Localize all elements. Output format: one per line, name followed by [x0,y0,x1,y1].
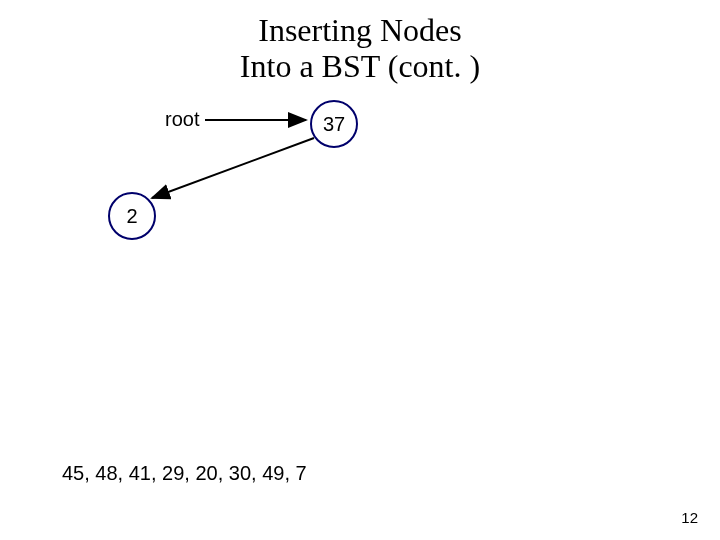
root-label: root [165,108,199,131]
page-number: 12 [681,509,698,526]
slide: Inserting Nodes Into a BST (cont. ) root… [0,0,720,540]
title-line-1: Inserting Nodes [0,12,720,49]
title-line-2: Into a BST (cont. ) [0,48,720,85]
tree-node-2: 2 [108,192,156,240]
tree-node-37: 37 [310,100,358,148]
edge-37-to-2 [152,138,314,198]
insertion-sequence: 45, 48, 41, 29, 20, 30, 49, 7 [62,462,307,485]
